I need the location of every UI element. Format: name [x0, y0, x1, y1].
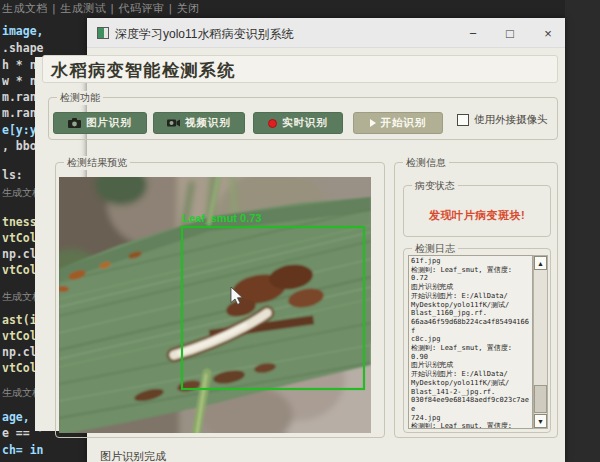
log-scrollbar[interactable]: ▲ ▼	[533, 255, 548, 429]
code-line: np.cl	[2, 345, 37, 359]
scroll-up-icon[interactable]: ▲	[534, 256, 547, 270]
preview-group-label: 检测结果预览	[64, 156, 130, 170]
app-header: 水稻病变智能检测系统	[42, 55, 558, 83]
video-recognition-button[interactable]: 视频识别	[153, 112, 245, 134]
video-icon	[167, 118, 180, 128]
preview-group: 检测结果预览	[55, 162, 385, 438]
external-camera-checkbox[interactable]	[457, 114, 469, 126]
code-line: .shape	[2, 41, 44, 55]
disease-status-label: 病变状态	[412, 179, 458, 193]
code-line: ls:	[2, 168, 23, 182]
page-title: 水稻病变智能检测系统	[51, 59, 236, 82]
window-title: 深度学习yolo11水稻病变识别系统	[115, 26, 293, 43]
functions-group: 检测功能 图片识别 视频识别 实时识别 开始识别	[48, 97, 558, 140]
code-line: ch= in	[2, 443, 44, 457]
detection-log-group: 检测日志 61f.jpg 检测到: Leaf_smut, 置信度: 0.72 图…	[403, 248, 551, 433]
maximize-button[interactable]: □	[497, 24, 523, 43]
disease-status-group: 病变状态 发现叶片病变斑块!	[403, 185, 551, 237]
detection-log-label: 检测日志	[412, 242, 458, 256]
code-line: np.cl	[2, 247, 37, 261]
image-recognition-label: 图片识别	[86, 116, 132, 130]
code-line: image,	[2, 24, 44, 38]
realtime-recognition-button[interactable]: 实时识别	[253, 112, 343, 134]
minimize-button[interactable]: −	[460, 24, 486, 43]
status-bar-text: 图片识别完成	[100, 449, 166, 462]
detection-log-text[interactable]: 61f.jpg 检测到: Leaf_smut, 置信度: 0.72 图片识别完成…	[408, 255, 533, 429]
close-button[interactable]: ×	[535, 24, 561, 43]
start-recognition-label: 开始识别	[381, 116, 427, 130]
play-icon	[370, 119, 376, 127]
window-titlebar[interactable]: 深度学习yolo11水稻病变识别系统 − □ ×	[87, 18, 565, 48]
scroll-down-icon[interactable]: ▼	[534, 414, 547, 428]
info-group-label: 检测信息	[403, 156, 449, 170]
screen: 生成文档 | 生成测试 | 代码评审 | 关闭 image,.shapeh * …	[0, 0, 600, 462]
record-icon	[268, 119, 277, 128]
camera-icon	[68, 118, 81, 128]
scrollbar-thumb[interactable]	[534, 385, 547, 413]
external-camera-label: 使用外接摄像头	[474, 113, 548, 127]
start-recognition-button[interactable]: 开始识别	[353, 112, 443, 134]
detection-bbox-label: Leaf_smut 0.73	[182, 212, 261, 224]
disease-status-message: 发现叶片病变斑块!	[404, 208, 550, 223]
external-camera-checkbox-row[interactable]: 使用外接摄像头	[457, 113, 548, 127]
app-icon	[97, 27, 109, 39]
functions-group-label: 检测功能	[57, 91, 103, 105]
editor-background-strip	[565, 0, 600, 462]
info-group: 检测信息 病变状态 发现叶片病变斑块! 检测日志 61f.jpg 检测到: Le…	[394, 162, 558, 438]
image-recognition-button[interactable]: 图片识别	[53, 112, 147, 134]
video-recognition-label: 视频识别	[185, 116, 231, 130]
detection-preview-image[interactable]: Leaf_smut 0.73	[59, 177, 371, 433]
realtime-recognition-label: 实时识别	[282, 116, 328, 130]
